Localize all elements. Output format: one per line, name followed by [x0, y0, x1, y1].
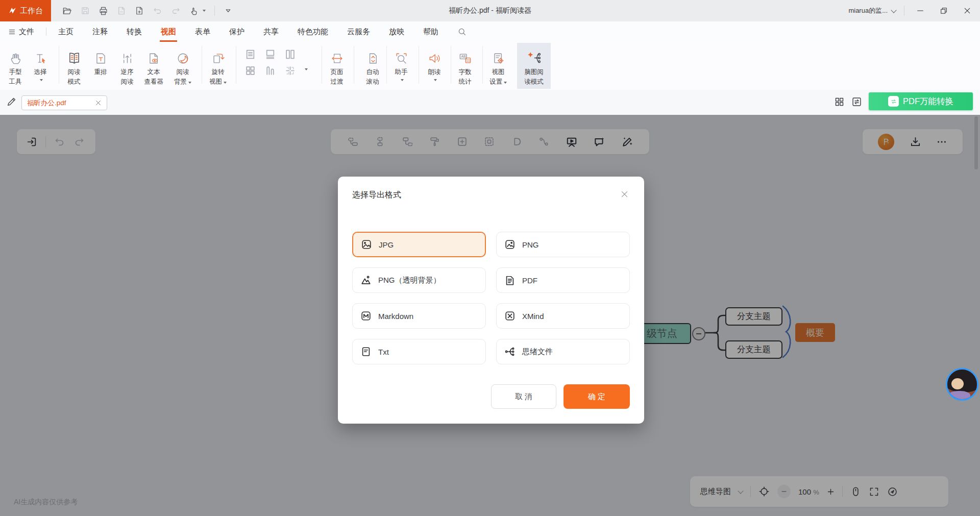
export-option-png-transparent[interactable]: PNG（透明背景）	[352, 267, 486, 293]
pdf-convert-button[interactable]: PDF万能转换	[869, 92, 973, 110]
ribbon-divider	[451, 46, 451, 84]
pdf-convert-label: PDF万能转换	[903, 96, 953, 107]
cancel-button[interactable]: 取 消	[491, 384, 556, 409]
dialog-close-icon[interactable]	[620, 190, 629, 199]
export-format-dialog: 选择导出格式 JPG PNG PNG（透明背景） PDF Markdown	[338, 177, 644, 424]
ribbon-page-transition[interactable]: 页面 过渡	[324, 44, 350, 89]
ribbon-read-background[interactable]: 阅读 背景	[169, 44, 196, 89]
export-option-mind-file[interactable]: 思绪文件	[496, 339, 630, 364]
undo-icon[interactable]	[153, 6, 162, 16]
layout-quad-icon[interactable]	[244, 63, 256, 78]
ribbon-divider	[202, 46, 202, 84]
ribbon-read-mode[interactable]: 阅读 模式	[62, 44, 86, 89]
document-tab-label: 福昕办公.pdf	[27, 99, 91, 108]
ribbon-hand-tool[interactable]: 手型 工具	[3, 44, 28, 89]
ribbon-divider	[386, 46, 387, 84]
menu-item-cloud[interactable]: 云服务	[347, 21, 370, 42]
document-tab[interactable]: 福昕办公.pdf	[21, 95, 107, 110]
export-options: JPG PNG PNG（透明背景） PDF Markdown XMind	[352, 232, 630, 364]
page-layout-group	[244, 47, 296, 78]
layout-cover-icon[interactable]	[264, 63, 276, 78]
dropdown-caret-icon[interactable]	[305, 68, 308, 70]
ribbon-view-settings[interactable]: 视图 设置	[485, 44, 511, 89]
menu-item-comment[interactable]: 注释	[92, 21, 108, 42]
menu-item-home[interactable]: 主页	[58, 21, 74, 42]
dropdown-caret-icon	[224, 82, 227, 84]
ribbon-select-tool[interactable]: 选择	[29, 44, 52, 89]
new-file-icon[interactable]	[135, 6, 144, 15]
export-option-markdown[interactable]: Markdown	[352, 303, 486, 329]
export-option-png[interactable]: PNG	[496, 232, 630, 257]
menu-item-features[interactable]: 特色功能	[298, 21, 328, 42]
menu-item-present[interactable]: 放映	[389, 21, 404, 42]
menu-bar: 文件 主页 注释 转换 视图 表单 保护 共享 特色功能 云服务 放映 帮助	[0, 21, 980, 42]
menu-item-help[interactable]: 帮助	[423, 21, 438, 42]
ribbon-rotate-view[interactable]: 旋转 视图	[205, 44, 231, 89]
export-option-jpg[interactable]: JPG	[352, 232, 486, 257]
dropdown-caret-icon	[188, 82, 191, 84]
print-icon[interactable]	[99, 6, 108, 16]
menu-item-share[interactable]: 共享	[263, 21, 279, 42]
tab-grid-view-icon[interactable]	[834, 96, 845, 107]
ribbon-divider	[322, 46, 322, 84]
ribbon: 手型 工具 选择 阅读 模式 重排 逆序 阅读 文本 查看器 阅读 背景	[0, 42, 980, 90]
menu-item-view[interactable]: 视图	[161, 21, 176, 42]
ribbon-reverse-reading[interactable]: 逆序 阅读	[115, 44, 139, 89]
close-tab-icon[interactable]	[95, 100, 102, 106]
menu-item-protect[interactable]: 保护	[229, 21, 244, 42]
ribbon-word-count[interactable]: AB 字数 统计	[452, 44, 478, 89]
pdf-document-icon	[504, 275, 516, 286]
dialog-title: 选择导出格式	[352, 190, 401, 201]
titlebar-right: miarua的监...	[848, 0, 975, 21]
ribbon-divider	[419, 46, 419, 84]
edit-pencil-icon[interactable]	[6, 96, 17, 107]
more-tools-icon[interactable]	[224, 6, 233, 15]
close-file-icon[interactable]	[117, 6, 126, 15]
dropdown-caret-icon	[401, 79, 404, 81]
account-menu[interactable]: miarua的监...	[848, 6, 896, 15]
layout-facing-icon[interactable]	[284, 47, 296, 61]
minimize-button[interactable]	[913, 3, 928, 18]
ribbon-assistant[interactable]: 助手	[389, 44, 413, 89]
confirm-button[interactable]: 确 定	[564, 384, 630, 409]
mind-branch-icon	[504, 346, 516, 357]
ribbon-read-aloud[interactable]: 朗读	[422, 44, 447, 89]
menu-item-form[interactable]: 表单	[195, 21, 210, 42]
search-icon[interactable]	[457, 21, 467, 42]
export-option-pdf[interactable]: PDF	[496, 267, 630, 293]
chevron-down-icon	[891, 7, 896, 13]
open-folder-icon[interactable]	[62, 6, 72, 16]
layout-split-icon[interactable]	[284, 63, 296, 78]
tab-switch-icon[interactable]	[851, 96, 862, 107]
save-icon[interactable]	[81, 6, 90, 15]
quick-access-toolbar	[62, 0, 233, 21]
title-bar: 福昕办公.pdf - 福昕阅读器 工作台 miarua的监...	[0, 0, 980, 22]
toolbar-divider	[904, 6, 904, 16]
ribbon-mindmap-read-mode[interactable]: 脑图阅 读模式	[518, 44, 550, 89]
toolbar-divider	[214, 6, 215, 16]
hand-pointer-icon[interactable]	[189, 6, 206, 16]
ribbon-auto-scroll[interactable]: 自动 滚动	[359, 44, 386, 89]
menu-item-file[interactable]: 文件	[8, 21, 34, 42]
hamburger-icon	[8, 28, 16, 36]
layout-continuous-icon[interactable]	[264, 47, 276, 61]
export-option-txt[interactable]: Txt	[352, 339, 486, 364]
assistant-avatar[interactable]	[946, 368, 978, 401]
close-button[interactable]	[960, 3, 975, 18]
ribbon-reflow[interactable]: 重排	[88, 44, 113, 89]
text-file-icon	[360, 346, 372, 357]
export-option-xmind[interactable]: XMind	[496, 303, 630, 329]
svg-text:AB: AB	[461, 55, 466, 58]
dropdown-caret-icon	[434, 79, 437, 81]
layout-single-page-icon[interactable]	[244, 47, 256, 61]
workspace-button[interactable]: 工作台	[0, 0, 51, 21]
ribbon-divider	[59, 46, 59, 84]
ribbon-text-viewer[interactable]: 文本 查看器	[139, 44, 168, 89]
png-image-icon	[504, 239, 516, 250]
account-label: miarua的监...	[848, 6, 888, 15]
menu-item-convert[interactable]: 转换	[127, 21, 142, 42]
restore-button[interactable]	[936, 3, 951, 18]
document-tab-bar: 福昕办公.pdf PDF万能转换	[0, 90, 980, 115]
markdown-icon	[360, 310, 372, 322]
redo-icon[interactable]	[171, 6, 181, 16]
